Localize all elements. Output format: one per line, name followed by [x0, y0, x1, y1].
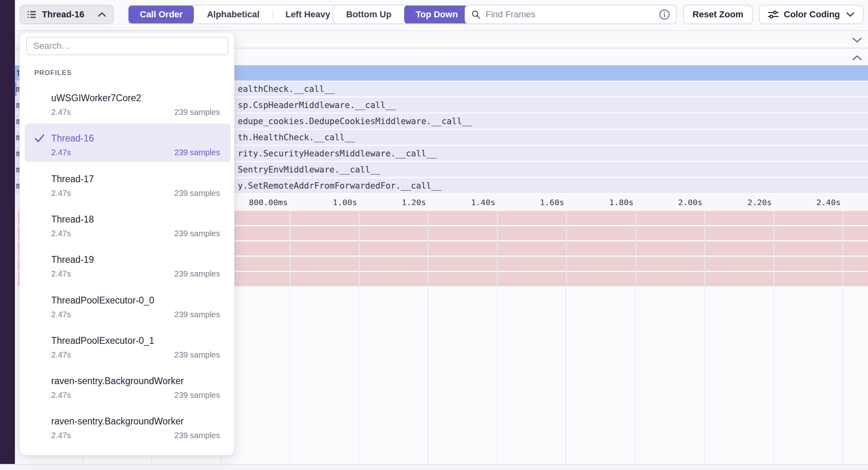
profile-samples: 239 samples	[174, 106, 220, 118]
axis-tick-label: 1.80s	[609, 198, 635, 207]
time-gridline	[566, 211, 567, 286]
sort-order-tabs: Call OrderAlphabeticalLeft Heavy	[128, 5, 344, 24]
frame-text: rity.SecurityHeadersMiddleware.__call__	[238, 149, 436, 158]
profile-meta: 2.47s239 samples	[51, 106, 220, 118]
time-gridline	[289, 211, 291, 286]
frame-text: ealthCheck.__call__	[238, 84, 334, 94]
time-gridline	[842, 211, 843, 286]
profiles-section-label: PROFILES	[34, 69, 72, 77]
chevron-up-icon	[98, 12, 106, 17]
tab-top-down[interactable]: Top Down	[404, 5, 469, 24]
thread-selector-label: Thread-16	[42, 9, 84, 20]
tab-call-order[interactable]: Call Order	[129, 5, 194, 24]
check-icon	[33, 132, 46, 144]
profile-name: Thread-17	[51, 172, 220, 186]
profiler-flamegraph-view: t mealthCheck.__call__msp.CspHeaderMiddl…	[0, 0, 868, 470]
find-frames-input[interactable]	[486, 9, 659, 20]
color-coding-button[interactable]: Color Coding	[759, 5, 864, 24]
profile-duration: 2.47s	[51, 268, 71, 279]
time-gridline	[773, 211, 775, 286]
sliders-icon	[768, 10, 779, 19]
thread-dropdown-panel: PROFILES uWSGIWorker7Core22.47s239 sampl…	[19, 32, 235, 455]
profile-name: Thread-19	[51, 253, 220, 266]
profile-meta: 2.47s239 samples	[51, 228, 220, 239]
profile-duration: 2.47s	[51, 228, 71, 239]
direction-tabs: Bottom UpTop Down	[332, 5, 470, 24]
bottom-strip	[0, 464, 868, 470]
profile-item-raven-sentry-backgroundworker[interactable]: raven-sentry.BackgroundWorker2.47s239 sa…	[25, 406, 231, 445]
axis-tick-label: 2.00s	[678, 198, 704, 207]
axis-tick-label: 2.40s	[816, 198, 842, 207]
time-gridline	[359, 211, 360, 286]
reset-zoom-label: Reset Zoom	[693, 9, 743, 20]
dropdown-search-input[interactable]	[33, 41, 221, 51]
profile-name: ThreadPoolExecutor-0_0	[51, 293, 220, 307]
profile-name: raven-sentry.BackgroundWorker	[51, 374, 220, 388]
time-gridline	[497, 211, 498, 286]
color-coding-label: Color Coding	[784, 9, 840, 20]
axis-tick-label: 1.40s	[471, 198, 497, 207]
profile-duration: 2.47s	[51, 349, 71, 360]
profile-item-raven-sentry-backgroundworker[interactable]: raven-sentry.BackgroundWorker2.47s239 sa…	[25, 366, 231, 405]
profile-meta: 2.47s239 samples	[51, 389, 220, 401]
axis-tick-label: 1.00s	[333, 198, 359, 207]
axis-tick-label: 1.20s	[402, 198, 428, 207]
chevron-down-icon	[846, 12, 855, 17]
profile-duration: 2.47s	[51, 309, 71, 320]
thread-selector-button[interactable]: Thread-16	[20, 5, 114, 24]
profile-item-thread-18[interactable]: Thread-182.47s239 samples	[25, 204, 231, 243]
profile-name: uWSGIWorker7Core2	[51, 91, 220, 105]
profile-meta: 2.47s239 samples	[51, 147, 220, 158]
profile-duration: 2.47s	[51, 187, 71, 199]
chevron-down-icon[interactable]	[852, 37, 862, 43]
profile-meta: 2.47s239 samples	[51, 430, 220, 441]
reset-zoom-button[interactable]: Reset Zoom	[683, 5, 753, 24]
profile-item-thread-16[interactable]: Thread-162.47s239 samples	[25, 123, 231, 162]
time-gridline	[635, 211, 636, 286]
profile-item-uwsgiworker7core2[interactable]: uWSGIWorker7Core22.47s239 samples	[25, 83, 231, 122]
profile-meta: 2.47s239 samples	[51, 349, 220, 360]
profile-duration: 2.47s	[51, 106, 71, 118]
profile-name: raven-sentry.BackgroundWorker	[51, 414, 220, 428]
profile-samples: 239 samples	[174, 309, 220, 320]
profile-samples: 239 samples	[174, 187, 220, 199]
axis-tick-label: 2.20s	[748, 198, 773, 207]
profile-duration: 2.47s	[51, 430, 71, 441]
frame-text: th.HealthCheck.__call__	[238, 133, 355, 142]
toolbar: Thread-16 Call OrderAlphabeticalLeft Hea…	[0, 0, 868, 31]
profile-samples: 239 samples	[174, 268, 220, 279]
profile-meta: 2.47s239 samples	[51, 268, 220, 279]
profile-samples: 239 samples	[174, 430, 220, 441]
profile-samples: 239 samples	[174, 147, 220, 158]
dropdown-searchbox[interactable]	[26, 37, 228, 55]
app-sidebar-edge	[0, 0, 15, 464]
profile-item-thread-17[interactable]: Thread-172.47s239 samples	[25, 164, 231, 203]
profile-samples: 239 samples	[174, 349, 220, 360]
find-frames-searchbox[interactable]	[465, 5, 677, 24]
profile-meta: 2.47s239 samples	[51, 309, 220, 320]
profile-duration: 2.47s	[51, 147, 71, 158]
profile-duration: 2.47s	[51, 389, 71, 401]
frame-text: y.SetRemoteAddrFromForwardedFor.__call__	[238, 181, 442, 191]
axis-tick-label: 800.00ms	[249, 198, 289, 207]
profile-name: Thread-18	[51, 212, 220, 226]
axis-tick-label: 1.60s	[540, 198, 566, 207]
profile-item-thread-19[interactable]: Thread-192.47s239 samples	[25, 245, 231, 283]
profile-name: Thread-16	[51, 131, 220, 145]
time-gridline	[704, 211, 705, 286]
profile-samples: 239 samples	[174, 389, 220, 401]
tab-bottom-up[interactable]: Bottom Up	[333, 5, 404, 24]
frame-text: edupe_cookies.DedupeCookiesMiddleware.__…	[238, 116, 472, 126]
search-icon	[471, 10, 481, 19]
tab-alphabetical[interactable]: Alphabetical	[194, 5, 272, 24]
profile-item-threadpoolexecutor-0-1[interactable]: ThreadPoolExecutor-0_12.47s239 samples	[25, 326, 231, 364]
chevron-up-icon[interactable]	[852, 54, 862, 61]
profile-samples: 239 samples	[174, 228, 220, 239]
list-icon	[27, 10, 37, 19]
frame-text: SentryEnvMiddleware.__call__	[238, 165, 380, 175]
profile-item-threadpoolexecutor-0-0[interactable]: ThreadPoolExecutor-0_02.47s239 samples	[25, 285, 231, 324]
frame-text: sp.CspHeaderMiddleware.__call__	[238, 100, 396, 110]
info-icon[interactable]	[659, 9, 670, 20]
profile-name: ThreadPoolExecutor-0_1	[51, 334, 220, 347]
time-gridline	[428, 211, 429, 286]
